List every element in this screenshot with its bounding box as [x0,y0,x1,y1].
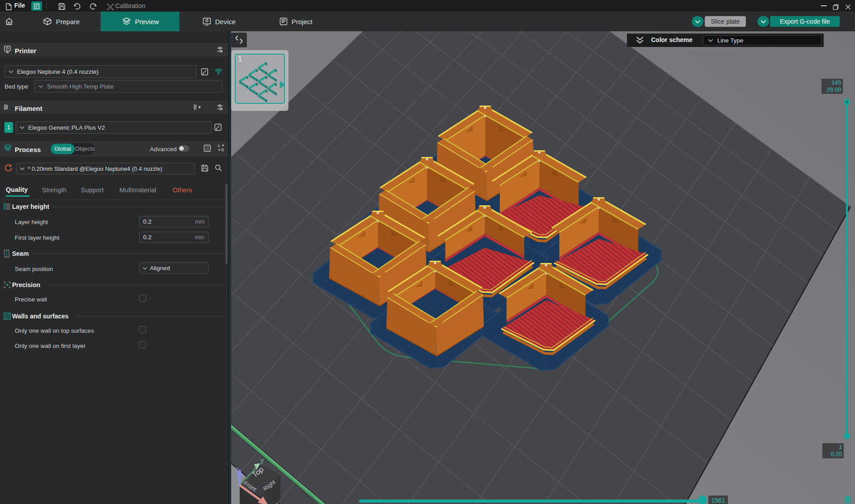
svg-text:A: A [217,144,220,148]
svg-text:z: z [236,466,239,473]
svg-text:B: B [221,148,224,152]
svg-text:y: y [260,457,264,464]
